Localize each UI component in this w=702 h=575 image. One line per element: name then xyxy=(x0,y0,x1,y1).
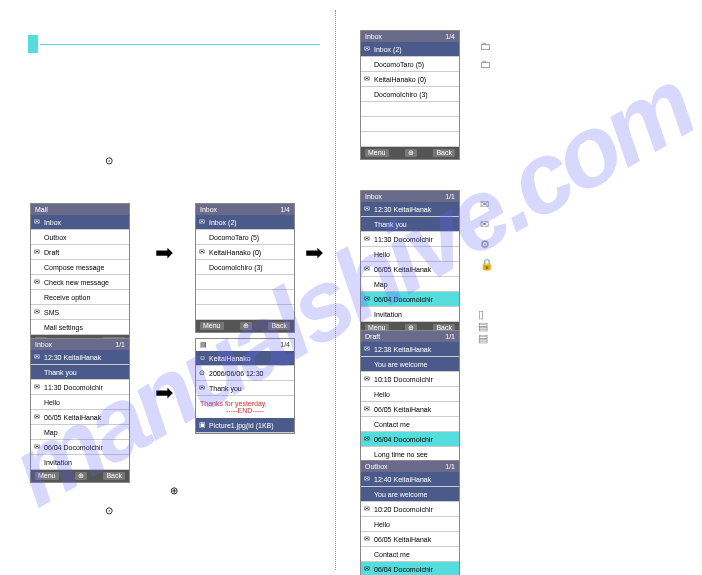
list-item[interactable]: Mail settings xyxy=(31,320,129,335)
draft-list-screen: Draft1/1 ✉12:38 KeitaiHanakYou are welco… xyxy=(360,330,460,475)
list-item[interactable]: DocomoIchiro (3) xyxy=(196,260,294,275)
list-item[interactable]: Hello xyxy=(361,517,459,532)
mail-icon: ✉ xyxy=(34,383,42,391)
list-item[interactable]: ✉Inbox xyxy=(31,215,129,230)
mail-icon xyxy=(364,520,372,528)
section-marker xyxy=(28,35,38,53)
mail-icon: ✉ xyxy=(34,308,42,316)
folder-icon: 🗀 xyxy=(480,40,492,52)
titlebar: Inbox1/1 xyxy=(31,339,129,350)
list-item[interactable]: You are welcome xyxy=(361,357,459,372)
list-item[interactable]: DocomoTaro (5) xyxy=(196,230,294,245)
key-icon: ⊕ xyxy=(170,485,178,496)
titlebar: Inbox1/1 xyxy=(361,191,459,202)
list-item[interactable]: ✉06/05 KeitaiHanak xyxy=(31,410,129,425)
mail-icon xyxy=(364,310,372,318)
list-icon: ▤ xyxy=(478,332,490,344)
list-item[interactable]: Hello xyxy=(361,387,459,402)
titlebar: Mail xyxy=(31,204,129,215)
mail-icon xyxy=(364,420,372,428)
list-item[interactable]: Contact me xyxy=(361,547,459,562)
mail-icon: ✉ xyxy=(364,345,372,353)
list-item[interactable]: Receive option xyxy=(31,290,129,305)
titlebar: Inbox1/4 xyxy=(361,31,459,42)
list-item[interactable]: Contact me xyxy=(361,417,459,432)
message-body: Thanks for yesterday. -----END----- xyxy=(196,396,294,418)
mail-icon: ✉ xyxy=(34,353,42,361)
list-item[interactable]: ✉06/04 DocomoIchir xyxy=(361,292,459,307)
list-item[interactable]: ✉Draft xyxy=(31,245,129,260)
mail-icon xyxy=(34,293,42,301)
list-item[interactable]: Invitation xyxy=(361,307,459,322)
list-item[interactable]: ✉06/04 DocomoIchir xyxy=(361,432,459,447)
list-item[interactable]: ✉Inbox (2) xyxy=(196,215,294,230)
mail-icon: ✉ xyxy=(34,278,42,286)
bullet-icon: ⊙ xyxy=(105,505,113,516)
list-item[interactable]: ✉Check new message xyxy=(31,275,129,290)
mail-icon: ✉ xyxy=(364,265,372,273)
list-item[interactable]: ✉KeitaiHanako (0) xyxy=(196,245,294,260)
mail-icon xyxy=(364,360,372,368)
date-field: ⊙2006/06/06 12:30 xyxy=(196,366,294,381)
sim-icon: ▯ xyxy=(478,308,490,320)
mail-menu-screen: Mail ✉InboxOutbox✉DraftCompose message✉C… xyxy=(30,203,130,348)
list-item[interactable]: ✉KeitaiHanako (0) xyxy=(361,72,459,87)
list-item[interactable]: ✉10:10 DocomoIchir xyxy=(361,372,459,387)
softkey-bar: Menu⊕Back xyxy=(196,320,294,332)
from-field: ☺KeitaiHanako xyxy=(196,351,294,366)
mail-icon: ✉ xyxy=(34,443,42,451)
mail-icon xyxy=(34,398,42,406)
list-item[interactable]: ✉12:38 KeitaiHanak xyxy=(361,342,459,357)
list-item[interactable]: Hello xyxy=(361,247,459,262)
list-item[interactable]: Compose message xyxy=(31,260,129,275)
mail-icon: ✉ xyxy=(364,295,372,303)
mail-icon xyxy=(364,490,372,498)
list-item[interactable]: ✉11:30 DocomoIchir xyxy=(361,232,459,247)
mail-icon xyxy=(34,263,42,271)
list-item[interactable]: Thank you xyxy=(361,217,459,232)
list-item[interactable]: ✉06/05 KeitaiHanak xyxy=(361,262,459,277)
mail-icon: ✉ xyxy=(364,235,372,243)
mail-icon: ✉ xyxy=(34,218,42,226)
list-item[interactable]: You are welcome xyxy=(361,487,459,502)
inbox-folders-screen: Inbox1/4 ✉Inbox (2)DocomoTaro (5)✉Keitai… xyxy=(195,203,295,333)
mail-icon: ✉ xyxy=(480,198,492,210)
list-item[interactable]: ✉12:30 KeitaiHanak xyxy=(31,350,129,365)
softkey-bar: Menu⊕Back xyxy=(31,470,129,482)
list-item[interactable]: Map xyxy=(31,425,129,440)
arrow-right-icon: ➡ xyxy=(155,240,173,266)
list-item[interactable]: ✉06/04 DocomoIchir xyxy=(31,440,129,455)
mail-icon: ✉ xyxy=(364,435,372,443)
mail-icon xyxy=(364,60,372,68)
list-item[interactable]: Map xyxy=(361,277,459,292)
mail-icon xyxy=(364,90,372,98)
list-item[interactable]: Outbox xyxy=(31,230,129,245)
list-item[interactable]: Thank you xyxy=(31,365,129,380)
mail-icon: ✉ xyxy=(364,75,372,83)
mail-icon: ✉ xyxy=(364,505,372,513)
list-item[interactable]: ✉Inbox (2) xyxy=(361,42,459,57)
list-item[interactable]: ✉11:30 DocomoIchir xyxy=(31,380,129,395)
column-divider xyxy=(335,10,337,570)
list-item[interactable]: ✉12:30 KeitaiHanak xyxy=(361,202,459,217)
softkey-bar: Menu⊕Back xyxy=(361,147,459,159)
mail-icon: ✉ xyxy=(364,475,372,483)
list-item[interactable]: Invitation xyxy=(31,455,129,470)
titlebar: Inbox1/4 xyxy=(196,204,294,215)
list-item[interactable]: DocomoTaro (5) xyxy=(361,57,459,72)
section-rule xyxy=(40,44,320,45)
list-item[interactable]: Hello xyxy=(31,395,129,410)
mail-icon: ✉ xyxy=(34,248,42,256)
bullet-icon: ⊙ xyxy=(105,155,113,166)
list-item[interactable]: ✉10:20 DocomoIchir xyxy=(361,502,459,517)
message-screen: ▤1/4 ☺KeitaiHanako ⊙2006/06/06 12:30 ✉Th… xyxy=(195,338,295,434)
list-item[interactable]: ✉12:40 KeitaiHanak xyxy=(361,472,459,487)
mail-icon xyxy=(34,323,42,331)
list-item[interactable]: ✉06/05 KeitaiHanak xyxy=(361,402,459,417)
folder-icon: 🗀 xyxy=(480,58,492,70)
list-item[interactable]: ✉SMS xyxy=(31,305,129,320)
list-item[interactable]: ✉06/04 DocomoIchir xyxy=(361,562,459,575)
list-item[interactable]: DocomoIchiro (3) xyxy=(361,87,459,102)
mail-icon xyxy=(199,233,207,241)
list-item[interactable]: ✉06/05 KeitaiHanak xyxy=(361,532,459,547)
